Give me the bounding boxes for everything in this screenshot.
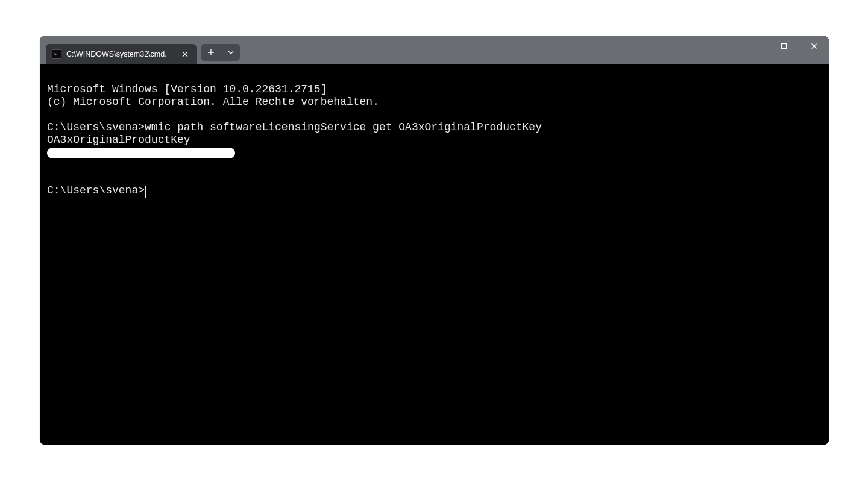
- window-controls: [738, 36, 829, 60]
- tab-cmd[interactable]: >_ C:\WINDOWS\system32\cmd.: [46, 44, 197, 64]
- terminal-line: C:\Users\svena>wmic path softwareLicensi…: [47, 121, 542, 133]
- maximize-icon: [781, 43, 787, 49]
- chevron-down-icon: [228, 51, 234, 54]
- maximize-button[interactable]: [769, 36, 799, 55]
- close-icon: [182, 51, 188, 57]
- redacted-product-key: [47, 148, 235, 158]
- terminal-body[interactable]: Microsoft Windows [Version 10.0.22631.27…: [40, 64, 829, 445]
- titlebar: >_ C:\WINDOWS\system32\cmd.: [40, 36, 829, 64]
- minimize-icon: [750, 43, 757, 49]
- tab-actions: [201, 44, 240, 61]
- terminal-line: OA3xOriginalProductKey: [47, 134, 190, 146]
- text-cursor: [145, 186, 146, 198]
- svg-rect-0: [781, 43, 786, 48]
- terminal-line: C:\Users\svena>: [47, 184, 146, 196]
- prompt-prefix: C:\Users\svena>: [47, 184, 145, 196]
- command-text: wmic path softwareLicensingService get O…: [145, 121, 542, 133]
- terminal-window: >_ C:\WINDOWS\system32\cmd.: [40, 36, 829, 445]
- prompt-prefix: C:\Users\svena>: [47, 121, 145, 133]
- minimize-button[interactable]: [738, 36, 769, 55]
- tab-close-button[interactable]: [180, 49, 190, 60]
- terminal-line: [47, 146, 235, 158]
- tab-title: C:\WINDOWS\system32\cmd.: [66, 50, 175, 58]
- close-window-button[interactable]: [799, 36, 829, 55]
- plus-icon: [207, 49, 215, 56]
- terminal-line: Microsoft Windows [Version 10.0.22631.27…: [47, 83, 327, 95]
- terminal-line: (c) Microsoft Corporation. Alle Rechte v…: [47, 96, 379, 108]
- close-icon: [811, 43, 817, 49]
- cmd-icon: >_: [52, 49, 61, 59]
- tab-dropdown-button[interactable]: [221, 44, 240, 61]
- new-tab-button[interactable]: [201, 44, 221, 61]
